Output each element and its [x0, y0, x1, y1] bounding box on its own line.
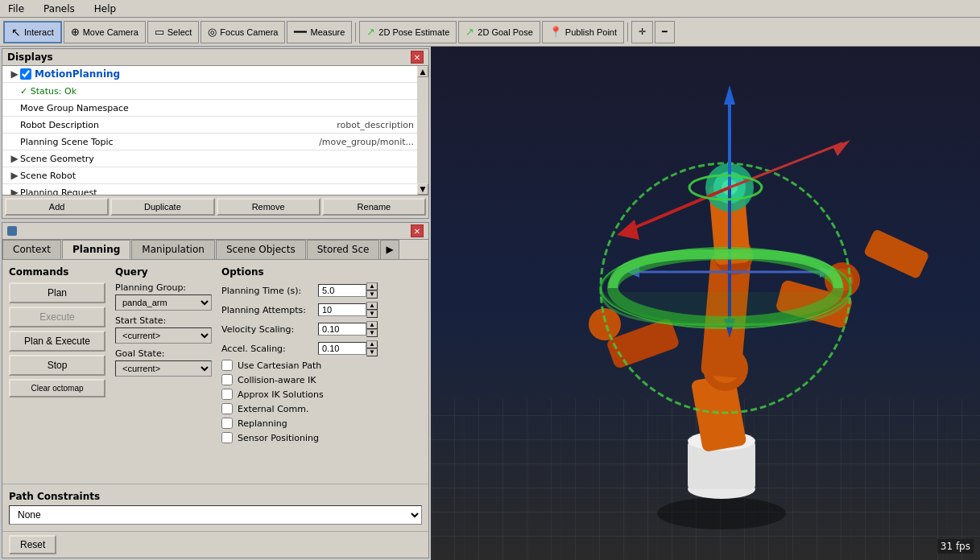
- planning-attempts-input[interactable]: [318, 303, 366, 316]
- plan-button[interactable]: Plan: [9, 282, 105, 303]
- duplicate-button[interactable]: Duplicate: [110, 198, 214, 216]
- motionplanning-label: MotionPlanning: [35, 68, 414, 80]
- collision-checkbox[interactable]: [221, 374, 233, 385]
- toolbar-interact[interactable]: ↖ Interact: [3, 21, 62, 43]
- planning-attempts-down[interactable]: ▼: [366, 310, 378, 318]
- tree-item-planning-scene[interactable]: Planning Scene Topic /move_group/monit..…: [2, 134, 417, 150]
- focus-icon: ◎: [208, 26, 217, 38]
- planning-request-arrow[interactable]: ▶: [9, 187, 20, 195]
- scene-robot-label: Scene Robot: [20, 171, 414, 181]
- options-column: Options Planning Time (s): ▲ ▼: [221, 266, 422, 477]
- scene-robot-arrow[interactable]: ▶: [9, 170, 20, 181]
- pose-icon: ↗: [366, 26, 375, 38]
- goal-icon: ↗: [465, 26, 474, 38]
- goal-state-select[interactable]: <current>: [115, 360, 212, 377]
- toolbar-remove[interactable]: ━: [655, 21, 675, 43]
- toolbar-2d-goal[interactable]: ↗ 2D Goal Pose: [458, 21, 540, 43]
- tree-item-motionplanning[interactable]: ▶ MotionPlanning: [2, 66, 417, 82]
- sensor-checkbox[interactable]: [221, 432, 233, 443]
- displays-scrollbar[interactable]: ▲ ▼: [417, 66, 428, 195]
- tree-item-scene-geometry[interactable]: ▶ Scene Geometry: [2, 150, 417, 167]
- planning-time-btns: ▲ ▼: [366, 282, 378, 299]
- start-state-select[interactable]: <current>: [115, 327, 212, 344]
- accel-scaling-input[interactable]: [318, 342, 366, 355]
- planning-time-down[interactable]: ▼: [366, 290, 378, 299]
- reset-button[interactable]: Reset: [9, 535, 56, 554]
- menu-help[interactable]: Help: [89, 2, 121, 16]
- tree-item-move-group[interactable]: Move Group Namespace: [2, 100, 417, 116]
- motionplanning-arrow[interactable]: ▶: [9, 68, 20, 80]
- planning-time-up[interactable]: ▲: [366, 282, 378, 290]
- toolbar-focus-camera[interactable]: ◎ Focus Camera: [201, 21, 285, 43]
- toolbar-move-camera[interactable]: ⊕ Move Camera: [64, 21, 146, 43]
- planning-scene-label: Planning Scene Topic: [20, 137, 319, 147]
- planning-group-select[interactable]: panda_arm: [115, 294, 212, 311]
- goal-state-label: Goal State:: [115, 348, 212, 359]
- cartesian-checkbox[interactable]: [221, 360, 233, 371]
- move-group-label: Move Group Namespace: [20, 103, 414, 113]
- planning-time-input[interactable]: [318, 284, 366, 297]
- panel-icon: [7, 226, 17, 236]
- scroll-up-btn[interactable]: ▲: [417, 66, 428, 77]
- toolbar-measure[interactable]: ━━ Measure: [287, 21, 352, 43]
- status-label: ✓ Status: Ok: [20, 86, 414, 97]
- displays-close-btn[interactable]: ✕: [411, 51, 424, 64]
- plan-execute-button[interactable]: Plan & Execute: [9, 331, 105, 352]
- tree-item-scene-robot[interactable]: ▶ Scene Robot: [2, 167, 417, 183]
- menu-file[interactable]: File: [3, 2, 29, 16]
- velocity-scaling-down[interactable]: ▼: [366, 329, 378, 337]
- viewport[interactable]: 31 fps: [431, 47, 980, 560]
- toolbar-select[interactable]: ▭ Select: [147, 21, 200, 43]
- accel-scaling-down[interactable]: ▼: [366, 348, 378, 356]
- planning-attempts-spinbox: ▲ ▼: [318, 302, 378, 318]
- approx-checkbox[interactable]: [221, 389, 233, 400]
- add-button[interactable]: Add: [5, 198, 109, 216]
- tab-stored-scenes[interactable]: Stored Sce: [307, 240, 380, 259]
- velocity-scaling-input[interactable]: [318, 323, 366, 336]
- motionplanning-checkbox[interactable]: [20, 68, 31, 80]
- tab-scene-objects[interactable]: Scene Objects: [216, 240, 306, 259]
- tree-item-robot-description[interactable]: Robot Description robot_description: [2, 117, 417, 133]
- move-camera-label: Move Camera: [83, 27, 139, 37]
- left-panel: Displays ✕ ▶ MotionPlanning: [0, 47, 431, 560]
- velocity-scaling-btns: ▲ ▼: [366, 321, 378, 337]
- toolbar-add[interactable]: ✛: [631, 21, 653, 43]
- velocity-scaling-up[interactable]: ▲: [366, 321, 378, 329]
- clear-octomap-button[interactable]: Clear octomap: [9, 379, 105, 397]
- commands-column: Commands Plan Execute Plan & Execute Sto…: [9, 266, 105, 477]
- tree-item-status[interactable]: ✓ Status: Ok: [2, 83, 417, 99]
- execute-button[interactable]: Execute: [9, 307, 105, 327]
- toolbar-2d-pose[interactable]: ↗ 2D Pose Estimate: [359, 21, 457, 43]
- scroll-down-btn[interactable]: ▼: [417, 183, 428, 195]
- external-checkbox[interactable]: [221, 403, 233, 414]
- bottom-panel-close[interactable]: ✕: [411, 224, 424, 237]
- scene-geometry-arrow[interactable]: ▶: [9, 153, 20, 164]
- tree-item-planning-request[interactable]: ▶ Planning Request: [2, 184, 417, 195]
- replan-checkbox[interactable]: [221, 418, 233, 429]
- tab-manipulation[interactable]: Manipulation: [131, 240, 215, 259]
- tab-context[interactable]: Context: [2, 240, 61, 259]
- sensor-label: Sensor Positioning: [238, 433, 319, 443]
- displays-tree[interactable]: ▶ MotionPlanning ✓ Status: Ok Move G: [2, 66, 417, 195]
- tab-more-btn[interactable]: ▶: [380, 240, 399, 259]
- approx-label: Approx IK Solutions: [238, 389, 324, 400]
- menu-panels[interactable]: Panels: [39, 2, 80, 16]
- point-icon: 📍: [549, 26, 562, 38]
- interact-label: Interact: [24, 27, 54, 37]
- query-column: Query Planning Group: panda_arm Start St…: [115, 266, 212, 477]
- stop-button[interactable]: Stop: [9, 355, 105, 376]
- remove-icon: ━: [662, 27, 668, 37]
- motion-planning-panel: ✕ Context Planning Manipulation Scene Ob…: [2, 222, 429, 558]
- collision-label: Collision-aware IK: [238, 375, 316, 385]
- remove-button[interactable]: Remove: [217, 198, 320, 216]
- path-constraints-select[interactable]: None: [9, 505, 422, 525]
- planning-attempts-row: Planning Attempts: ▲ ▼: [221, 302, 422, 318]
- rename-button[interactable]: Rename: [322, 198, 426, 216]
- tab-planning[interactable]: Planning: [62, 240, 130, 259]
- fps-display: 31 fps: [937, 539, 974, 554]
- planning-attempts-up[interactable]: ▲: [366, 302, 378, 310]
- toolbar-publish-point[interactable]: 📍 Publish Point: [542, 21, 624, 43]
- accel-scaling-up[interactable]: ▲: [366, 340, 378, 348]
- cartesian-label: Use Cartesian Path: [238, 360, 321, 371]
- query-title: Query: [115, 266, 212, 278]
